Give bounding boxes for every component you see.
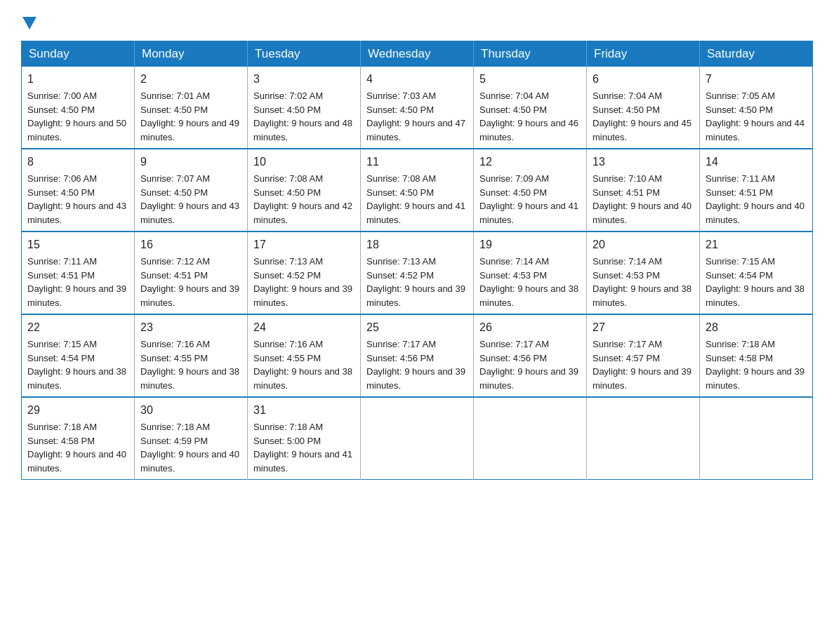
day-number: 31 <box>253 402 355 419</box>
sunrise-text: Sunrise: 7:08 AM <box>253 173 323 184</box>
calendar-cell: 14Sunrise: 7:11 AMSunset: 4:51 PMDayligh… <box>700 149 813 232</box>
sunset-text: Sunset: 4:53 PM <box>593 270 660 281</box>
sunrise-text: Sunrise: 7:03 AM <box>366 90 436 101</box>
sunset-text: Sunset: 4:51 PM <box>593 187 660 198</box>
sunset-text: Sunset: 4:50 PM <box>479 187 547 198</box>
sunrise-text: Sunrise: 7:12 AM <box>140 256 210 267</box>
daylight-text: Daylight: 9 hours and 38 minutes. <box>479 283 578 308</box>
weekday-header-monday: Monday <box>135 41 248 67</box>
calendar-cell: 24Sunrise: 7:16 AMSunset: 4:55 PMDayligh… <box>248 314 361 397</box>
sunset-text: Sunset: 4:50 PM <box>140 105 208 115</box>
calendar-cell: 3Sunrise: 7:02 AMSunset: 4:50 PMDaylight… <box>248 67 361 149</box>
sunset-text: Sunset: 4:50 PM <box>253 187 321 198</box>
sunset-text: Sunset: 4:53 PM <box>479 270 547 281</box>
weekday-header-friday: Friday <box>587 41 700 67</box>
daylight-text: Daylight: 9 hours and 39 minutes. <box>27 283 126 308</box>
day-number: 26 <box>479 319 581 336</box>
day-number: 5 <box>479 71 581 88</box>
sunrise-text: Sunrise: 7:13 AM <box>253 256 323 267</box>
daylight-text: Daylight: 9 hours and 49 minutes. <box>140 118 239 142</box>
calendar-cell: 21Sunrise: 7:15 AMSunset: 4:54 PMDayligh… <box>700 232 813 314</box>
daylight-text: Daylight: 9 hours and 38 minutes. <box>593 283 691 308</box>
daylight-text: Daylight: 9 hours and 40 minutes. <box>706 201 805 225</box>
daylight-text: Daylight: 9 hours and 39 minutes. <box>366 283 465 308</box>
sunrise-text: Sunrise: 7:18 AM <box>253 422 323 432</box>
sunset-text: Sunset: 4:55 PM <box>253 353 321 363</box>
sunset-text: Sunset: 4:59 PM <box>140 436 208 446</box>
day-number: 3 <box>253 71 355 88</box>
weekday-header-wednesday: Wednesday <box>361 41 474 67</box>
weekday-header-sunday: Sunday <box>22 41 135 67</box>
week-row-5: 29Sunrise: 7:18 AMSunset: 4:58 PMDayligh… <box>22 397 813 480</box>
day-number: 7 <box>706 71 807 88</box>
day-number: 27 <box>593 319 694 336</box>
sunrise-text: Sunrise: 7:17 AM <box>479 339 549 349</box>
calendar-cell: 4Sunrise: 7:03 AMSunset: 4:50 PMDaylight… <box>361 67 474 149</box>
sunrise-text: Sunrise: 7:11 AM <box>27 256 97 267</box>
daylight-text: Daylight: 9 hours and 39 minutes. <box>706 366 805 391</box>
sunrise-text: Sunrise: 7:15 AM <box>27 339 97 349</box>
daylight-text: Daylight: 9 hours and 39 minutes. <box>253 283 352 308</box>
calendar-cell: 13Sunrise: 7:10 AMSunset: 4:51 PMDayligh… <box>587 149 700 232</box>
calendar-cell: 12Sunrise: 7:09 AMSunset: 4:50 PMDayligh… <box>474 149 587 232</box>
daylight-text: Daylight: 9 hours and 40 minutes. <box>140 449 239 474</box>
sunset-text: Sunset: 4:56 PM <box>479 353 547 363</box>
day-number: 2 <box>140 71 241 88</box>
calendar-cell: 23Sunrise: 7:16 AMSunset: 4:55 PMDayligh… <box>135 314 248 397</box>
calendar-cell: 2Sunrise: 7:01 AMSunset: 4:50 PMDaylight… <box>135 67 248 149</box>
daylight-text: Daylight: 9 hours and 42 minutes. <box>253 201 352 225</box>
day-number: 22 <box>27 319 128 336</box>
day-number: 6 <box>593 71 694 88</box>
daylight-text: Daylight: 9 hours and 45 minutes. <box>593 118 691 142</box>
daylight-text: Daylight: 9 hours and 38 minutes. <box>706 283 805 308</box>
sunrise-text: Sunrise: 7:11 AM <box>706 173 775 184</box>
day-number: 13 <box>593 154 694 170</box>
calendar-cell: 5Sunrise: 7:04 AMSunset: 4:50 PMDaylight… <box>474 67 587 149</box>
daylight-text: Daylight: 9 hours and 41 minutes. <box>479 201 578 225</box>
daylight-text: Daylight: 9 hours and 43 minutes. <box>140 201 239 225</box>
daylight-text: Daylight: 9 hours and 48 minutes. <box>253 118 352 142</box>
sunrise-text: Sunrise: 7:04 AM <box>479 90 549 101</box>
calendar-cell: 17Sunrise: 7:13 AMSunset: 4:52 PMDayligh… <box>248 232 361 314</box>
sunset-text: Sunset: 4:51 PM <box>27 270 95 281</box>
calendar-cell: 1Sunrise: 7:00 AMSunset: 4:50 PMDaylight… <box>22 67 135 149</box>
day-number: 29 <box>27 402 128 419</box>
calendar-table: SundayMondayTuesdayWednesdayThursdayFrid… <box>21 41 813 480</box>
calendar-cell: 31Sunrise: 7:18 AMSunset: 5:00 PMDayligh… <box>248 397 361 480</box>
calendar-cell: 16Sunrise: 7:12 AMSunset: 4:51 PMDayligh… <box>135 232 248 314</box>
page-header <box>21 14 813 29</box>
day-number: 24 <box>253 319 355 336</box>
daylight-text: Daylight: 9 hours and 44 minutes. <box>706 118 805 142</box>
daylight-text: Daylight: 9 hours and 43 minutes. <box>27 201 126 225</box>
day-number: 17 <box>253 236 355 253</box>
calendar-cell <box>361 397 474 480</box>
sunset-text: Sunset: 4:50 PM <box>593 105 660 115</box>
day-number: 11 <box>366 154 468 170</box>
calendar-cell: 18Sunrise: 7:13 AMSunset: 4:52 PMDayligh… <box>361 232 474 314</box>
weekday-header-tuesday: Tuesday <box>248 41 361 67</box>
sunrise-text: Sunrise: 7:00 AM <box>27 90 97 101</box>
sunrise-text: Sunrise: 7:05 AM <box>706 90 775 101</box>
sunrise-text: Sunrise: 7:08 AM <box>366 173 436 184</box>
logo-arrow-icon <box>22 17 37 29</box>
daylight-text: Daylight: 9 hours and 39 minutes. <box>479 366 578 391</box>
sunset-text: Sunset: 4:56 PM <box>366 353 434 363</box>
calendar-cell: 29Sunrise: 7:18 AMSunset: 4:58 PMDayligh… <box>22 397 135 480</box>
sunrise-text: Sunrise: 7:17 AM <box>593 339 662 349</box>
sunrise-text: Sunrise: 7:10 AM <box>593 173 662 184</box>
day-number: 12 <box>479 154 581 170</box>
sunset-text: Sunset: 4:50 PM <box>366 105 434 115</box>
calendar-cell: 26Sunrise: 7:17 AMSunset: 4:56 PMDayligh… <box>474 314 587 397</box>
week-row-3: 15Sunrise: 7:11 AMSunset: 4:51 PMDayligh… <box>22 232 813 314</box>
daylight-text: Daylight: 9 hours and 38 minutes. <box>27 366 126 391</box>
calendar-cell: 28Sunrise: 7:18 AMSunset: 4:58 PMDayligh… <box>700 314 813 397</box>
sunset-text: Sunset: 4:52 PM <box>366 270 434 281</box>
calendar-cell: 11Sunrise: 7:08 AMSunset: 4:50 PMDayligh… <box>361 149 474 232</box>
sunset-text: Sunset: 4:58 PM <box>27 436 95 446</box>
daylight-text: Daylight: 9 hours and 38 minutes. <box>140 366 239 391</box>
sunset-text: Sunset: 4:51 PM <box>140 270 208 281</box>
week-row-2: 8Sunrise: 7:06 AMSunset: 4:50 PMDaylight… <box>22 149 813 232</box>
sunrise-text: Sunrise: 7:02 AM <box>253 90 323 101</box>
daylight-text: Daylight: 9 hours and 46 minutes. <box>479 118 578 142</box>
sunset-text: Sunset: 4:57 PM <box>593 353 660 363</box>
